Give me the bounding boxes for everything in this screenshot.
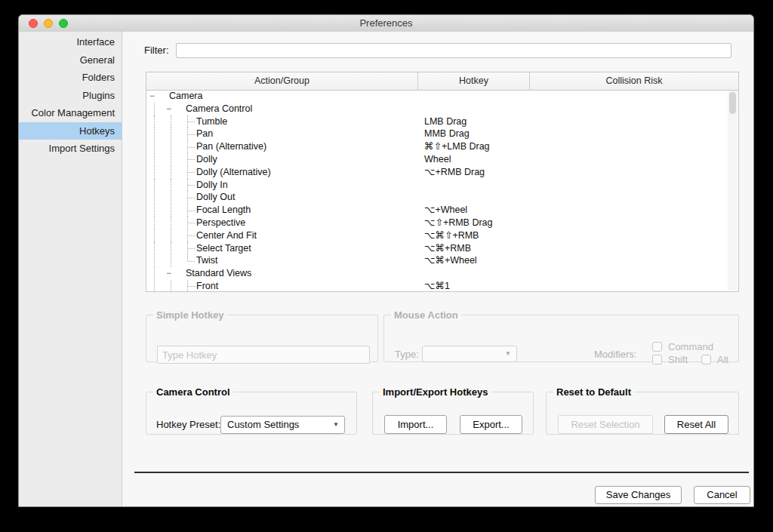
sidebar: InterfaceGeneralFoldersPluginsColor Mana… (19, 32, 122, 506)
action-label: Front (196, 280, 218, 291)
action-label: Camera Control (186, 103, 252, 115)
simple-hotkey-legend: Simple Hotkey (153, 309, 227, 321)
column-header-action-group[interactable]: Action/Group (146, 72, 418, 90)
scrollbar-track[interactable] (728, 91, 738, 291)
table-row[interactable]: −Standard Views (146, 267, 738, 280)
preferences-window: Preferences InterfaceGeneralFoldersPlugi… (18, 14, 754, 507)
table-row[interactable]: Dolly (Alternative)⌥+RMB Drag (146, 166, 738, 179)
action-label: Standard Views (186, 267, 251, 280)
hotkey-preset-select[interactable]: Custom Settings ▼ (220, 416, 345, 434)
hotkey-preset-label: Hotkey Preset: (156, 417, 220, 432)
filter-input[interactable] (176, 43, 731, 58)
camera-control-group: Camera Control Hotkey Preset: Custom Set… (146, 386, 357, 435)
sidebar-item-interface[interactable]: Interface (19, 33, 122, 51)
sidebar-item-import-settings[interactable]: Import Settings (19, 140, 122, 158)
type-hotkey-input (157, 346, 370, 364)
reset-selection-button: Reset Selection (558, 415, 653, 434)
footer-divider (134, 472, 749, 473)
table-row[interactable]: PanMMB Drag (146, 128, 738, 140)
shift-checkbox-label: Shift (668, 355, 688, 365)
table-header: Action/Group Hotkey Collision Risk (146, 72, 738, 91)
sidebar-item-color-management[interactable]: Color Management (19, 104, 122, 122)
column-header-hotkey[interactable]: Hotkey (418, 72, 530, 90)
action-label: Center And Fit (196, 229, 257, 242)
traffic-lights (29, 19, 68, 28)
collapse-icon[interactable]: − (166, 267, 171, 280)
hotkey-value: LMB Drag (418, 115, 738, 128)
sidebar-item-general[interactable]: General (19, 51, 122, 69)
table-row[interactable]: −Camera Control (146, 103, 738, 115)
hotkey-value: ⌥⌘+Wheel (418, 254, 738, 267)
table-row[interactable]: Front⌥⌘1 (146, 280, 738, 291)
table-row[interactable]: DollyWheel (146, 153, 738, 166)
action-label: Dolly (Alternative) (196, 166, 271, 179)
action-label: Dolly In (196, 179, 228, 192)
close-icon[interactable] (29, 19, 38, 28)
scrollbar-thumb[interactable] (729, 92, 736, 114)
reset-group: Reset to Default Reset Selection Reset A… (546, 386, 739, 435)
hotkey-tree-body: −Camera−Camera ControlTumbleLMB DragPanM… (146, 90, 738, 291)
hotkey-value: ⌥+Wheel (418, 204, 738, 217)
hotkey-value (418, 90, 738, 103)
table-row[interactable]: Select Target⌥⌘+RMB (146, 242, 738, 255)
hotkey-table: Action/Group Hotkey Collision Risk −Came… (146, 72, 739, 292)
hotkey-preset-value: Custom Settings (227, 419, 299, 430)
action-label: Dolly (196, 153, 217, 166)
table-row[interactable]: −Camera (146, 90, 738, 103)
type-label: Type: (395, 347, 419, 362)
table-row[interactable]: Pan (Alternative)⌘⇧+LMB Drag (146, 140, 738, 153)
table-row[interactable]: Focal Length⌥+Wheel (146, 204, 738, 217)
sidebar-item-folders[interactable]: Folders (19, 69, 122, 87)
table-row[interactable]: Dolly In (146, 179, 738, 192)
hotkey-value (418, 103, 738, 115)
table-row[interactable]: TumbleLMB Drag (146, 115, 738, 128)
hotkey-value: ⌘⇧+LMB Drag (418, 140, 738, 153)
hotkey-value: MMB Drag (418, 128, 738, 140)
mouse-type-select: ▼ (422, 346, 517, 362)
hotkey-value: ⌥⌘1 (418, 280, 738, 291)
action-label: Twist (196, 254, 217, 267)
hotkey-value (418, 179, 738, 192)
mouse-action-group: Mouse Action Type: ▼ Modifiers: Command … (383, 309, 739, 362)
column-header-collision-risk[interactable]: Collision Risk (530, 72, 738, 90)
cancel-button[interactable]: Cancel (694, 486, 750, 504)
title-bar[interactable]: Preferences (19, 15, 753, 32)
sidebar-list: InterfaceGeneralFoldersPluginsColor Mana… (19, 33, 122, 158)
table-row[interactable]: Twist⌥⌘+Wheel (146, 254, 738, 267)
collapse-icon[interactable]: − (149, 90, 155, 103)
action-label: Select Target (196, 242, 251, 255)
collapse-icon[interactable]: − (166, 103, 171, 115)
hotkey-value: ⌥⌘⇧+RMB (418, 229, 738, 242)
window-title: Preferences (19, 15, 753, 32)
mouse-action-legend: Mouse Action (391, 309, 461, 321)
action-label: Perspective (196, 217, 245, 229)
shift-checkbox (652, 355, 662, 364)
sidebar-item-hotkeys[interactable]: Hotkeys (19, 122, 122, 140)
action-label: Focal Length (196, 204, 251, 217)
hotkey-value: ⌥⌘+RMB (418, 242, 738, 255)
hotkey-value: ⌥⇧+RMB Drag (418, 217, 738, 229)
table-row[interactable]: Perspective⌥⇧+RMB Drag (146, 217, 738, 229)
reset-legend: Reset to Default (553, 386, 634, 398)
zoom-icon[interactable] (59, 19, 68, 28)
modifiers-label: Modifiers: (594, 347, 636, 362)
alt-checkbox (701, 355, 711, 364)
export-button[interactable]: Export... (460, 415, 522, 434)
action-label: Tumble (196, 115, 227, 128)
command-checkbox (652, 342, 662, 352)
import-button[interactable]: Import... (384, 415, 447, 434)
action-label: Pan (Alternative) (196, 140, 266, 153)
table-row[interactable]: Dolly Out (146, 191, 738, 204)
minimize-icon[interactable] (44, 19, 53, 28)
sidebar-item-plugins[interactable]: Plugins (19, 87, 122, 105)
chevron-down-icon: ▼ (333, 417, 339, 433)
action-label: Dolly Out (196, 191, 235, 204)
import-export-legend: Import/Export Hotkeys (380, 386, 491, 398)
reset-all-button[interactable]: Reset All (664, 415, 728, 434)
hotkey-value: Wheel (418, 153, 738, 166)
table-row[interactable]: Center And Fit⌥⌘⇧+RMB (146, 229, 738, 242)
save-changes-button[interactable]: Save Changes (595, 486, 682, 504)
import-export-group: Import/Export Hotkeys Import... Export..… (372, 386, 534, 435)
camera-control-legend: Camera Control (153, 386, 233, 398)
action-label: Pan (196, 128, 213, 140)
